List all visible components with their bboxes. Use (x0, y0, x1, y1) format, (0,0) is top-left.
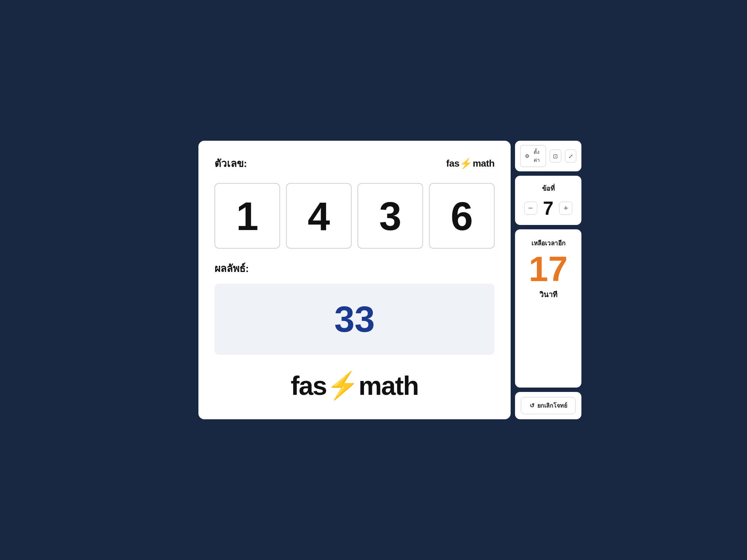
toolbar-card: ⚙ ตั้งค่า ⊡ ⤢ (515, 141, 581, 171)
question-counter: − 7 + (521, 199, 576, 218)
cancel-card: ↺ ยกเลิกโจทย์ (515, 392, 581, 419)
timer-title: เหลือเวลาอีก (521, 238, 576, 248)
plus-icon: + (564, 203, 568, 213)
result-label: ผลลัพธ์: (214, 260, 495, 276)
settings-label: ตั้งค่า (532, 148, 541, 164)
scan-icon: ⊡ (553, 153, 558, 160)
result-box: 33 (214, 284, 495, 355)
big-bolt-icon: ⚡ (326, 370, 359, 401)
expand-button[interactable]: ⤢ (565, 149, 576, 163)
timer-unit: วินาที (521, 289, 576, 300)
increment-button[interactable]: + (559, 202, 572, 215)
scan-button[interactable]: ⊡ (550, 149, 561, 163)
settings-button[interactable]: ⚙ ตั้งค่า (520, 145, 546, 167)
digit-box-2: 4 (286, 183, 352, 249)
digits-label: ตัวเลข: (214, 155, 247, 171)
header-logo: fas⚡math (446, 158, 495, 170)
app-wrapper: ตัวเลข: fas⚡math 1 4 3 6 ผลลัพธ์: (198, 141, 549, 419)
question-card: ข้อที่ − 7 + (515, 176, 581, 225)
number-boxes: 1 4 3 6 (214, 183, 495, 249)
big-logo-left: fas (291, 371, 326, 401)
sidebar: ⚙ ตั้งค่า ⊡ ⤢ ข้อที่ − 7 + (515, 141, 581, 419)
expand-icon: ⤢ (568, 153, 573, 160)
cancel-button[interactable]: ↺ ยกเลิกโจทย์ (521, 397, 576, 414)
big-logo-right: math (359, 371, 418, 401)
gear-icon: ⚙ (525, 153, 530, 159)
cancel-label: ยกเลิกโจทย์ (537, 401, 567, 410)
result-value: 33 (334, 298, 375, 340)
digit-1: 1 (236, 193, 258, 239)
digit-2: 4 (307, 193, 330, 239)
digit-4: 6 (450, 193, 473, 239)
decrement-button[interactable]: − (524, 202, 537, 215)
header-logo-right: math (473, 158, 495, 169)
digit-box-3: 3 (357, 183, 423, 249)
big-logo: fas⚡math (214, 366, 495, 401)
question-title: ข้อที่ (521, 183, 576, 194)
digit-box-1: 1 (214, 183, 280, 249)
timer-card: เหลือเวลาอีก 17 วินาที (515, 229, 581, 388)
question-value: 7 (543, 199, 554, 218)
minus-icon: − (528, 203, 533, 213)
main-header: ตัวเลข: fas⚡math (214, 155, 495, 171)
result-section: ผลลัพธ์: 33 (214, 260, 495, 355)
header-logo-left: fas (446, 158, 459, 169)
refresh-icon: ↺ (530, 402, 534, 409)
main-card: ตัวเลข: fas⚡math 1 4 3 6 ผลลัพธ์: (198, 141, 511, 419)
timer-value: 17 (521, 252, 576, 287)
digit-3: 3 (379, 193, 401, 239)
digit-box-4: 6 (429, 183, 495, 249)
header-bolt-icon: ⚡ (460, 158, 472, 170)
